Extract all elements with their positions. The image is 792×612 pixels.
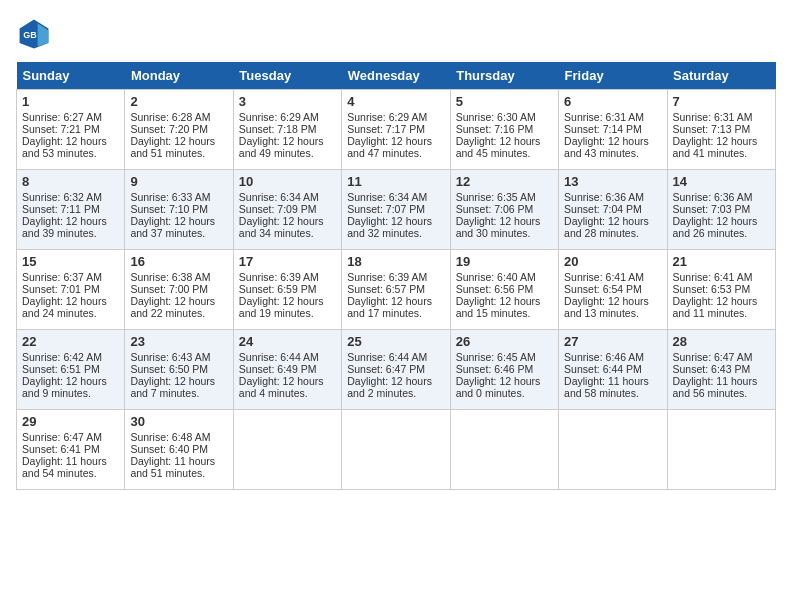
calendar-cell: 15Sunrise: 6:37 AMSunset: 7:01 PMDayligh…	[17, 250, 125, 330]
day-info: Sunrise: 6:47 AMSunset: 6:43 PMDaylight:…	[673, 351, 758, 399]
day-header-monday: Monday	[125, 62, 233, 90]
day-number: 9	[130, 174, 227, 189]
day-info: Sunrise: 6:37 AMSunset: 7:01 PMDaylight:…	[22, 271, 107, 319]
day-number: 14	[673, 174, 770, 189]
calendar-cell	[450, 410, 558, 490]
calendar-cell	[559, 410, 667, 490]
day-info: Sunrise: 6:38 AMSunset: 7:00 PMDaylight:…	[130, 271, 215, 319]
calendar-cell: 4Sunrise: 6:29 AMSunset: 7:17 PMDaylight…	[342, 90, 450, 170]
calendar-cell: 9Sunrise: 6:33 AMSunset: 7:10 PMDaylight…	[125, 170, 233, 250]
day-number: 3	[239, 94, 336, 109]
calendar-cell: 21Sunrise: 6:41 AMSunset: 6:53 PMDayligh…	[667, 250, 775, 330]
day-header-sunday: Sunday	[17, 62, 125, 90]
day-info: Sunrise: 6:47 AMSunset: 6:41 PMDaylight:…	[22, 431, 107, 479]
calendar-cell: 27Sunrise: 6:46 AMSunset: 6:44 PMDayligh…	[559, 330, 667, 410]
calendar-cell: 12Sunrise: 6:35 AMSunset: 7:06 PMDayligh…	[450, 170, 558, 250]
day-info: Sunrise: 6:41 AMSunset: 6:53 PMDaylight:…	[673, 271, 758, 319]
day-number: 29	[22, 414, 119, 429]
calendar-cell: 29Sunrise: 6:47 AMSunset: 6:41 PMDayligh…	[17, 410, 125, 490]
day-number: 2	[130, 94, 227, 109]
day-info: Sunrise: 6:39 AMSunset: 6:59 PMDaylight:…	[239, 271, 324, 319]
day-header-tuesday: Tuesday	[233, 62, 341, 90]
day-info: Sunrise: 6:28 AMSunset: 7:20 PMDaylight:…	[130, 111, 215, 159]
calendar-cell: 11Sunrise: 6:34 AMSunset: 7:07 PMDayligh…	[342, 170, 450, 250]
day-info: Sunrise: 6:30 AMSunset: 7:16 PMDaylight:…	[456, 111, 541, 159]
calendar-cell: 13Sunrise: 6:36 AMSunset: 7:04 PMDayligh…	[559, 170, 667, 250]
day-info: Sunrise: 6:31 AMSunset: 7:14 PMDaylight:…	[564, 111, 649, 159]
calendar-cell: 10Sunrise: 6:34 AMSunset: 7:09 PMDayligh…	[233, 170, 341, 250]
day-info: Sunrise: 6:29 AMSunset: 7:18 PMDaylight:…	[239, 111, 324, 159]
day-info: Sunrise: 6:43 AMSunset: 6:50 PMDaylight:…	[130, 351, 215, 399]
day-header-wednesday: Wednesday	[342, 62, 450, 90]
day-number: 12	[456, 174, 553, 189]
calendar-week-1: 1Sunrise: 6:27 AMSunset: 7:21 PMDaylight…	[17, 90, 776, 170]
calendar-cell: 7Sunrise: 6:31 AMSunset: 7:13 PMDaylight…	[667, 90, 775, 170]
day-number: 7	[673, 94, 770, 109]
calendar-cell: 16Sunrise: 6:38 AMSunset: 7:00 PMDayligh…	[125, 250, 233, 330]
day-number: 8	[22, 174, 119, 189]
calendar-week-2: 8Sunrise: 6:32 AMSunset: 7:11 PMDaylight…	[17, 170, 776, 250]
calendar-cell: 26Sunrise: 6:45 AMSunset: 6:46 PMDayligh…	[450, 330, 558, 410]
day-info: Sunrise: 6:36 AMSunset: 7:03 PMDaylight:…	[673, 191, 758, 239]
day-info: Sunrise: 6:33 AMSunset: 7:10 PMDaylight:…	[130, 191, 215, 239]
day-info: Sunrise: 6:27 AMSunset: 7:21 PMDaylight:…	[22, 111, 107, 159]
day-number: 6	[564, 94, 661, 109]
day-number: 26	[456, 334, 553, 349]
day-info: Sunrise: 6:42 AMSunset: 6:51 PMDaylight:…	[22, 351, 107, 399]
calendar-cell: 6Sunrise: 6:31 AMSunset: 7:14 PMDaylight…	[559, 90, 667, 170]
day-info: Sunrise: 6:39 AMSunset: 6:57 PMDaylight:…	[347, 271, 432, 319]
day-number: 21	[673, 254, 770, 269]
day-number: 27	[564, 334, 661, 349]
day-number: 13	[564, 174, 661, 189]
day-number: 4	[347, 94, 444, 109]
day-info: Sunrise: 6:34 AMSunset: 7:07 PMDaylight:…	[347, 191, 432, 239]
calendar-cell: 2Sunrise: 6:28 AMSunset: 7:20 PMDaylight…	[125, 90, 233, 170]
calendar-cell: 22Sunrise: 6:42 AMSunset: 6:51 PMDayligh…	[17, 330, 125, 410]
day-number: 11	[347, 174, 444, 189]
day-info: Sunrise: 6:40 AMSunset: 6:56 PMDaylight:…	[456, 271, 541, 319]
calendar-cell	[667, 410, 775, 490]
calendar-cell	[342, 410, 450, 490]
day-number: 25	[347, 334, 444, 349]
day-info: Sunrise: 6:48 AMSunset: 6:40 PMDaylight:…	[130, 431, 215, 479]
day-number: 23	[130, 334, 227, 349]
day-info: Sunrise: 6:35 AMSunset: 7:06 PMDaylight:…	[456, 191, 541, 239]
calendar-cell: 19Sunrise: 6:40 AMSunset: 6:56 PMDayligh…	[450, 250, 558, 330]
calendar-cell: 8Sunrise: 6:32 AMSunset: 7:11 PMDaylight…	[17, 170, 125, 250]
calendar-week-3: 15Sunrise: 6:37 AMSunset: 7:01 PMDayligh…	[17, 250, 776, 330]
day-header-thursday: Thursday	[450, 62, 558, 90]
day-info: Sunrise: 6:36 AMSunset: 7:04 PMDaylight:…	[564, 191, 649, 239]
calendar-cell: 25Sunrise: 6:44 AMSunset: 6:47 PMDayligh…	[342, 330, 450, 410]
calendar-cell: 30Sunrise: 6:48 AMSunset: 6:40 PMDayligh…	[125, 410, 233, 490]
calendar-cell: 23Sunrise: 6:43 AMSunset: 6:50 PMDayligh…	[125, 330, 233, 410]
svg-text:GB: GB	[23, 30, 37, 40]
page-header: GB	[16, 16, 776, 52]
calendar-cell: 20Sunrise: 6:41 AMSunset: 6:54 PMDayligh…	[559, 250, 667, 330]
day-info: Sunrise: 6:45 AMSunset: 6:46 PMDaylight:…	[456, 351, 541, 399]
day-number: 19	[456, 254, 553, 269]
day-number: 24	[239, 334, 336, 349]
day-info: Sunrise: 6:32 AMSunset: 7:11 PMDaylight:…	[22, 191, 107, 239]
calendar-table: SundayMondayTuesdayWednesdayThursdayFrid…	[16, 62, 776, 490]
logo-icon: GB	[16, 16, 52, 52]
calendar-cell: 17Sunrise: 6:39 AMSunset: 6:59 PMDayligh…	[233, 250, 341, 330]
day-number: 10	[239, 174, 336, 189]
day-number: 20	[564, 254, 661, 269]
calendar-cell	[233, 410, 341, 490]
calendar-cell: 18Sunrise: 6:39 AMSunset: 6:57 PMDayligh…	[342, 250, 450, 330]
day-number: 17	[239, 254, 336, 269]
day-number: 30	[130, 414, 227, 429]
day-info: Sunrise: 6:44 AMSunset: 6:47 PMDaylight:…	[347, 351, 432, 399]
day-info: Sunrise: 6:29 AMSunset: 7:17 PMDaylight:…	[347, 111, 432, 159]
day-number: 16	[130, 254, 227, 269]
day-number: 18	[347, 254, 444, 269]
calendar-week-5: 29Sunrise: 6:47 AMSunset: 6:41 PMDayligh…	[17, 410, 776, 490]
logo: GB	[16, 16, 58, 52]
day-number: 1	[22, 94, 119, 109]
day-number: 15	[22, 254, 119, 269]
calendar-cell: 24Sunrise: 6:44 AMSunset: 6:49 PMDayligh…	[233, 330, 341, 410]
day-info: Sunrise: 6:31 AMSunset: 7:13 PMDaylight:…	[673, 111, 758, 159]
day-header-friday: Friday	[559, 62, 667, 90]
day-info: Sunrise: 6:46 AMSunset: 6:44 PMDaylight:…	[564, 351, 649, 399]
calendar-week-4: 22Sunrise: 6:42 AMSunset: 6:51 PMDayligh…	[17, 330, 776, 410]
